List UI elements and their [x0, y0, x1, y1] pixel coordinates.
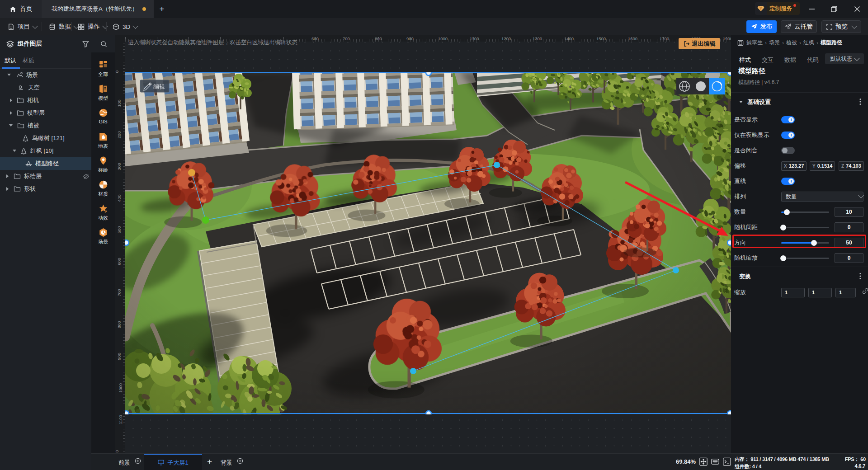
- svg-text:编辑: 编辑: [153, 83, 165, 90]
